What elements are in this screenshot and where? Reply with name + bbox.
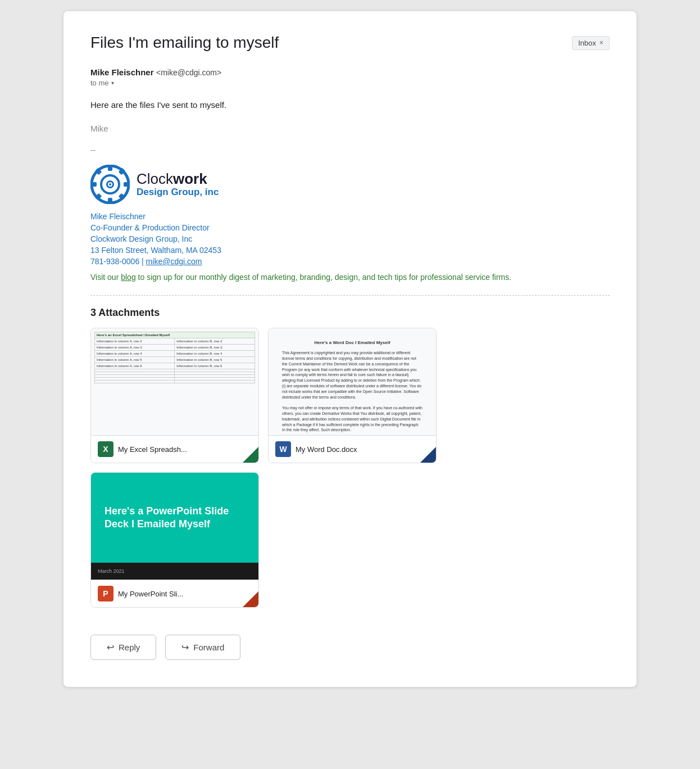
body-signature-name: Mike — [90, 122, 610, 135]
signature-logo: Clockwork Design Group, inc — [90, 165, 610, 204]
signature-details: Mike Fleischner Co-Founder & Production … — [90, 212, 610, 282]
forward-icon: ↪ — [181, 642, 189, 653]
sender-name: Mike Fleischner — [90, 67, 154, 77]
forward-label: Forward — [193, 643, 224, 652]
sender-line: Mike Fleischner <mike@cdgi.com> — [90, 67, 610, 78]
svg-rect-4 — [124, 182, 129, 187]
excel-attachment-footer: X My Excel Spreadsh... — [91, 435, 258, 463]
excel-download-corner[interactable] — [243, 447, 258, 463]
attachment-card-excel[interactable]: Here's an Excel Spreadsheet I Emailed My… — [90, 328, 259, 463]
sig-company: Clockwork Design Group, Inc — [90, 234, 610, 243]
ppt-title-area: Here's a PowerPoint Slide Deck I Emailed… — [91, 473, 258, 563]
excel-preview-content: Here's an Excel Spreadsheet I Emailed My… — [91, 328, 258, 387]
body-line1: Here are the files I've sent to myself. — [90, 98, 610, 112]
ppt-download-corner[interactable] — [243, 591, 258, 607]
ppt-file-icon: P — [98, 586, 113, 601]
ppt-filename: My PowerPoint Sli... — [118, 590, 252, 598]
signature-divider: -- — [90, 146, 610, 155]
svg-point-12 — [109, 183, 111, 186]
sig-blog-text: Visit our — [90, 273, 121, 282]
inbox-badge[interactable]: Inbox × — [572, 36, 610, 50]
clockwork-logo-icon — [90, 165, 130, 204]
word-file-icon: W — [275, 441, 291, 457]
ppt-preview-content: Here's a PowerPoint Slide Deck I Emailed… — [91, 473, 258, 580]
attachments-divider — [90, 295, 610, 296]
action-buttons: ↩ Reply ↪ Forward — [90, 635, 610, 660]
ppt-attachment-footer: P My PowerPoint Sli... — [91, 580, 258, 607]
reply-button[interactable]: ↩ Reply — [90, 635, 156, 660]
logo-design-text: Design Group, inc — [137, 187, 219, 198]
svg-rect-1 — [108, 165, 112, 171]
sender-section: Mike Fleischner <mike@cdgi.com> to me ▾ — [90, 67, 610, 87]
to-me-line[interactable]: to me ▾ — [90, 79, 610, 87]
attachment-card-ppt[interactable]: Here's a PowerPoint Slide Deck I Emailed… — [90, 472, 259, 608]
excel-preview-area: Here's an Excel Spreadsheet I Emailed My… — [91, 328, 258, 435]
logo-text: Clockwork Design Group, inc — [137, 171, 219, 198]
attachments-row: Here's an Excel Spreadsheet I Emailed My… — [90, 328, 610, 608]
svg-rect-3 — [91, 182, 97, 187]
sig-blog-link[interactable]: blog — [121, 273, 135, 282]
logo-clockwork-text: Clockwork — [137, 171, 219, 187]
word-attachment-footer: W My Word Doc.docx — [269, 435, 436, 463]
word-download-corner[interactable] — [420, 447, 436, 463]
ppt-title-text: Here's a PowerPoint Slide Deck I Emailed… — [104, 505, 245, 531]
sig-name-link[interactable]: Mike Fleischner — [90, 212, 610, 221]
sender-email-address: <mike@cdgi.com> — [156, 68, 221, 77]
reply-icon: ↩ — [107, 642, 114, 653]
email-header: Files I'm emailing to myself Inbox × — [90, 34, 610, 52]
reply-label: Reply — [119, 643, 140, 652]
svg-rect-2 — [108, 198, 112, 203]
word-preview-content: Here's a Word Doc I Emailed Myself This … — [269, 328, 436, 435]
word-preview-area: Here's a Word Doc I Emailed Myself This … — [269, 328, 436, 435]
word-filename: My Word Doc.docx — [296, 445, 429, 454]
email-body: Here are the files I've sent to myself. … — [90, 98, 610, 135]
sig-title: Co-Founder & Production Director — [90, 223, 610, 232]
excel-file-icon: X — [98, 441, 113, 457]
ppt-bottom-bar: March 2021 — [91, 563, 258, 580]
sig-phone-email-line: 781-938-0006 | mike@cdgi.com — [90, 257, 610, 266]
sig-blog-line: Visit our blog to sign up for our monthl… — [90, 273, 610, 282]
forward-button[interactable]: ↪ Forward — [165, 635, 240, 660]
sig-address: 13 Felton Street, Waltham, MA 02453 — [90, 246, 610, 255]
excel-filename: My Excel Spreadsh... — [118, 445, 252, 454]
inbox-close-button[interactable]: × — [599, 39, 603, 47]
dropdown-arrow-icon[interactable]: ▾ — [111, 80, 114, 86]
email-container: Files I'm emailing to myself Inbox × Mik… — [63, 11, 637, 687]
sig-email-link[interactable]: mike@cdgi.com — [146, 257, 202, 266]
sig-pipe: | — [142, 257, 146, 266]
sig-phone: 781-938-0006 — [90, 257, 139, 266]
to-me-text: to me — [90, 79, 109, 87]
sig-blog-suffix: to sign up for our monthly digest of mar… — [136, 273, 511, 282]
ppt-preview-area: Here's a PowerPoint Slide Deck I Emailed… — [91, 473, 258, 580]
attachments-title: 3 Attachments — [90, 307, 610, 319]
ppt-date: March 2021 — [98, 568, 125, 574]
email-subject: Files I'm emailing to myself — [90, 34, 563, 52]
inbox-label: Inbox — [578, 39, 596, 47]
attachment-card-word[interactable]: Here's a Word Doc I Emailed Myself This … — [268, 328, 437, 463]
